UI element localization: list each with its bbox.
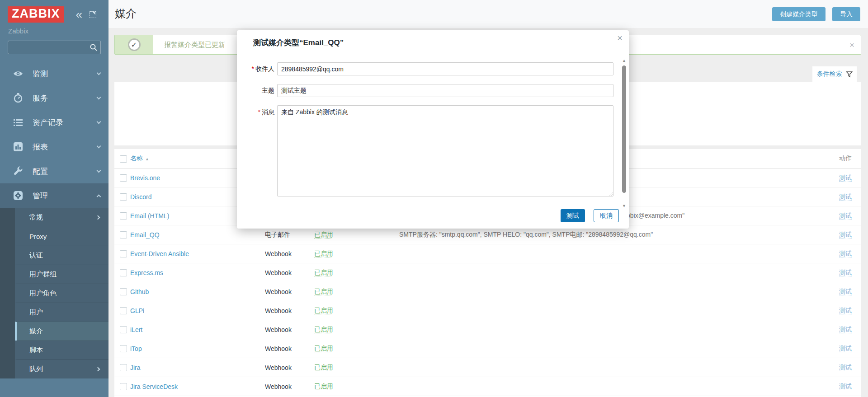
zabbix-logo[interactable]: ZABBIX xyxy=(8,6,64,23)
media-type-name-link[interactable]: Jira ServiceDesk xyxy=(130,383,178,390)
media-type-name-link[interactable]: Github xyxy=(130,288,149,295)
modal-buttons: 测试 取消 xyxy=(561,209,619,222)
message-label: *消息 xyxy=(237,108,274,117)
message-textarea[interactable]: 来自 Zabbix 的测试消息 xyxy=(277,105,613,196)
subject-input[interactable] xyxy=(277,84,613,97)
media-type-name-link[interactable]: Jira xyxy=(130,364,141,371)
chevron-down-icon xyxy=(97,95,101,99)
modal-close-icon[interactable]: × xyxy=(617,33,623,43)
sidebar-subitem-label: 媒介 xyxy=(29,327,99,336)
sidebar-item-inventory[interactable]: 资产记录 xyxy=(0,110,108,135)
media-type-type: Webhook xyxy=(265,250,314,257)
scroll-down-icon[interactable]: ▼ xyxy=(621,204,627,208)
success-icon-zone: ✓ xyxy=(115,35,153,54)
test-action-link[interactable]: 测试 xyxy=(839,269,852,276)
row-checkbox[interactable] xyxy=(120,193,127,201)
row-checkbox[interactable] xyxy=(120,364,127,371)
media-type-name-link[interactable]: Express.ms xyxy=(130,269,163,276)
chevron-down-icon xyxy=(97,168,101,173)
sidebar-subitem-label: 用户 xyxy=(29,308,99,317)
row-checkbox[interactable] xyxy=(120,345,127,352)
media-type-name-link[interactable]: Email (HTML) xyxy=(130,212,169,220)
status-enabled-link[interactable]: 已启用 xyxy=(314,269,333,276)
sidebar-expand-icon[interactable] xyxy=(90,11,96,18)
sidebar-item-label: 监测 xyxy=(33,69,97,79)
test-action-link[interactable]: 测试 xyxy=(839,212,852,220)
status-enabled-link[interactable]: 已启用 xyxy=(314,364,333,371)
sidebar-subitem-2[interactable]: 认证 xyxy=(15,246,108,265)
status-enabled-link[interactable]: 已启用 xyxy=(314,288,333,295)
message-close-icon[interactable]: × xyxy=(843,41,861,49)
sidebar-search[interactable] xyxy=(8,41,101,54)
funnel-icon xyxy=(846,71,853,78)
test-action-link[interactable]: 测试 xyxy=(839,383,852,390)
sidebar-collapse-icon[interactable]: « xyxy=(76,10,82,19)
create-media-type-button[interactable]: 创建媒介类型 xyxy=(772,7,826,21)
status-enabled-link[interactable]: 已启用 xyxy=(314,383,333,390)
media-type-name-link[interactable]: GLPi xyxy=(130,307,144,314)
filter-tab[interactable]: 条件检索 xyxy=(812,66,857,82)
test-action-link[interactable]: 测试 xyxy=(839,174,852,182)
status-enabled-link[interactable]: 已启用 xyxy=(314,231,333,238)
row-checkbox[interactable] xyxy=(120,250,127,257)
scroll-up-icon[interactable]: ▲ xyxy=(621,58,627,63)
row-checkbox[interactable] xyxy=(120,231,127,238)
status-enabled-link[interactable]: 已启用 xyxy=(314,345,333,352)
gear-icon xyxy=(13,190,24,201)
status-enabled-link[interactable]: 已启用 xyxy=(314,307,333,314)
test-action-link[interactable]: 测试 xyxy=(839,250,852,257)
sidebar-subitem-7[interactable]: 脚本 xyxy=(15,341,108,360)
status-enabled-link[interactable]: 已启用 xyxy=(314,326,333,333)
select-all-checkbox[interactable] xyxy=(120,155,127,163)
media-type-type: Webhook xyxy=(265,364,314,371)
row-checkbox[interactable] xyxy=(120,307,127,314)
sidebar-item-label: 资产记录 xyxy=(33,117,97,128)
test-action-link[interactable]: 测试 xyxy=(839,288,852,295)
sidebar-item-services[interactable]: 服务 xyxy=(0,86,108,110)
test-action-link[interactable]: 测试 xyxy=(839,326,852,333)
recipient-input[interactable] xyxy=(277,62,613,75)
action-header-cell: 动作 xyxy=(823,154,861,163)
sidebar-item-label: 服务 xyxy=(33,93,97,103)
row-checkbox[interactable] xyxy=(120,288,127,295)
test-action-link[interactable]: 测试 xyxy=(839,231,852,238)
sidebar-subitem-5[interactable]: 用户 xyxy=(15,303,108,322)
sidebar-subitem-0[interactable]: 常规 xyxy=(15,208,108,227)
media-type-name-link[interactable]: Event-Driven Ansible xyxy=(130,250,189,257)
status-enabled-link[interactable]: 已启用 xyxy=(314,250,333,257)
media-type-name-link[interactable]: iTop xyxy=(130,345,142,352)
row-checkbox[interactable] xyxy=(120,174,127,182)
sidebar-subitem-3[interactable]: 用户群组 xyxy=(15,265,108,284)
media-type-type: Webhook xyxy=(265,288,314,295)
table-row: Express.ms Webhook 已启用 测试 xyxy=(114,263,861,282)
test-action-link[interactable]: 测试 xyxy=(839,307,852,314)
media-type-name-link[interactable]: iLert xyxy=(130,326,142,333)
import-button[interactable]: 导入 xyxy=(832,7,860,21)
row-checkbox[interactable] xyxy=(120,212,127,220)
test-action-link[interactable]: 测试 xyxy=(839,193,852,201)
row-checkbox[interactable] xyxy=(120,326,127,333)
row-checkbox[interactable] xyxy=(120,383,127,390)
sidebar-item-configuration[interactable]: 配置 xyxy=(0,159,108,183)
sort-by-name-link[interactable]: 名称 xyxy=(130,154,143,162)
chevron-up-icon xyxy=(97,194,101,199)
media-type-name-link[interactable]: Discord xyxy=(130,193,151,201)
row-checkbox[interactable] xyxy=(120,269,127,276)
sidebar-item-reports[interactable]: 报表 xyxy=(0,135,108,159)
media-type-name-link[interactable]: Email_QQ xyxy=(130,231,160,238)
sidebar-subitem-8[interactable]: 队列 xyxy=(15,360,108,378)
sidebar-subitem-1[interactable]: Proxy xyxy=(15,227,108,246)
search-input[interactable] xyxy=(12,44,90,51)
sidebar-subitem-4[interactable]: 用户角色 xyxy=(15,284,108,303)
sidebar-item-administration[interactable]: 管理 xyxy=(0,183,108,208)
sidebar-subitem-6[interactable]: 媒介 xyxy=(15,322,108,341)
cancel-button[interactable]: 取消 xyxy=(594,209,619,222)
test-action-link[interactable]: 测试 xyxy=(839,345,852,352)
chevron-down-icon xyxy=(97,119,101,124)
test-action-link[interactable]: 测试 xyxy=(839,364,852,371)
scrollbar-thumb[interactable] xyxy=(622,65,626,193)
sidebar-item-monitoring[interactable]: 监测 xyxy=(0,61,108,86)
test-button[interactable]: 测试 xyxy=(561,209,585,222)
chevron-right-icon xyxy=(96,215,100,220)
media-type-name-link[interactable]: Brevis.one xyxy=(130,174,160,182)
